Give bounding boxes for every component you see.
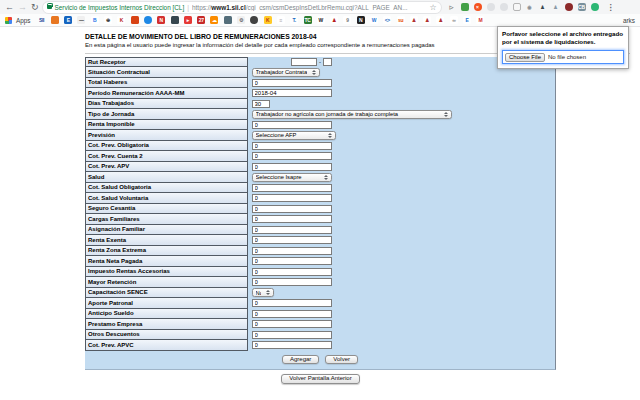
b-bookmark[interactable]: B	[91, 16, 99, 24]
field-input[interactable]	[252, 268, 332, 276]
27-bookmark[interactable]: 27	[197, 16, 205, 24]
dash-bookmark[interactable]: —	[77, 16, 85, 24]
file-input[interactable]: Choose File No file chosen	[502, 50, 624, 64]
green-extension-icon[interactable]	[461, 3, 469, 11]
pin-bookmark[interactable]: 9	[343, 16, 351, 24]
field-input[interactable]	[252, 100, 270, 108]
field-input[interactable]	[252, 121, 332, 129]
form-row: Cot. Prev. APV	[85, 162, 555, 173]
field-input[interactable]	[252, 331, 332, 339]
field-input[interactable]	[252, 163, 332, 171]
cloud-bookmark[interactable]: ☁	[210, 16, 218, 24]
field-input[interactable]	[252, 142, 332, 150]
cb-extension-icon[interactable]: CB	[578, 3, 586, 11]
field-input[interactable]	[252, 257, 332, 265]
person-bookmark-1[interactable]: ♟	[410, 16, 418, 24]
e-doc-bookmark[interactable]: E	[463, 16, 471, 24]
camera-extension-icon[interactable]: ◉	[526, 3, 534, 11]
tc-green-bookmark[interactable]: TC	[304, 16, 312, 24]
field-input[interactable]	[252, 215, 332, 223]
apps-label[interactable]: Apps	[16, 17, 31, 24]
address-bar[interactable]: Servicio de Impuestos Internos Direccion…	[43, 2, 441, 13]
field-input[interactable]	[252, 89, 332, 97]
field-input[interactable]	[252, 320, 332, 328]
dark-bookmark[interactable]	[171, 16, 179, 24]
field-label: Salud	[85, 172, 248, 183]
red-bookmark[interactable]	[131, 16, 139, 24]
field-input[interactable]	[252, 79, 332, 87]
su-bookmark[interactable]: su	[397, 16, 405, 24]
field-input[interactable]	[252, 152, 332, 160]
infinity-bookmark[interactable]: ∞	[450, 16, 458, 24]
field-control	[248, 246, 555, 257]
field-input[interactable]	[252, 184, 332, 192]
field-input[interactable]	[252, 299, 332, 307]
orange-blocker-extension-icon[interactable]: ×	[474, 3, 482, 11]
n-red-bookmark[interactable]: N	[157, 16, 165, 24]
choose-file-button[interactable]: Choose File	[505, 53, 545, 62]
target-bookmark[interactable]: ⊕	[104, 16, 112, 24]
k-yellow-bookmark[interactable]: K	[264, 16, 272, 24]
form-row: Mayor Retención	[85, 277, 555, 288]
w-dark-bookmark[interactable]: W	[317, 16, 325, 24]
field-input[interactable]	[252, 278, 332, 286]
apps-grid-icon[interactable]	[5, 17, 12, 24]
square-extension-icon[interactable]	[513, 3, 521, 11]
field-label: Seguro Cesantía	[85, 204, 248, 215]
share-extension-icon[interactable]: ♟	[539, 3, 547, 11]
form-row: Impuesto Rentas Accesorias	[85, 267, 555, 278]
clock-extension-icon[interactable]	[565, 3, 573, 11]
t-blue-bookmark[interactable]: T.	[290, 16, 298, 24]
person-bookmark-2[interactable]: ♟	[423, 16, 431, 24]
gray-extension-icon[interactable]	[487, 3, 495, 11]
n-dark-bookmark[interactable]: N	[357, 16, 365, 24]
send-extension-icon[interactable]: ▷	[448, 3, 456, 11]
form-row: Renta Exenta	[85, 235, 555, 246]
person-red-bookmark[interactable]: ♟	[330, 16, 338, 24]
orange-bookmark[interactable]	[51, 16, 59, 24]
field-label: Cot. Salud Obligatoria	[85, 183, 248, 194]
gear-bookmark[interactable]: ⚙	[237, 16, 245, 24]
person-bookmark-3[interactable]: ♟	[436, 16, 444, 24]
agregar-button[interactable]: Agregar	[282, 355, 319, 365]
forward-icon[interactable]: →	[18, 0, 27, 14]
field-control	[248, 256, 555, 267]
volver-pantalla-anterior-button[interactable]: Volver Pantalla Anterior	[281, 374, 359, 384]
field-select[interactable]: Trabajador no agrícola con jornada de tr…	[252, 110, 452, 119]
green-dot-extension-icon[interactable]	[591, 3, 599, 11]
field-input[interactable]	[252, 205, 332, 213]
sii-bookmark[interactable]: SII	[38, 16, 46, 24]
dark-circle-bookmark[interactable]	[250, 16, 258, 24]
doc-bookmark[interactable]: ≡	[277, 16, 285, 24]
browser-menu-icon[interactable]: ⋮	[607, 3, 615, 12]
gray-extension-icon-2[interactable]	[500, 3, 508, 11]
bookmark-star-icon[interactable]: ☆	[429, 3, 436, 12]
field-select[interactable]: Trabajador Contratado	[252, 68, 320, 77]
bookmarks-overflow-label[interactable]: arks	[623, 17, 635, 24]
reload-icon[interactable]: ↻	[31, 0, 39, 14]
field-input[interactable]	[252, 341, 332, 349]
blue-sphere-bookmark[interactable]	[144, 16, 152, 24]
rut-dv-input[interactable]	[323, 58, 332, 66]
k-red-bookmark[interactable]: K	[117, 16, 125, 24]
slate-bookmark[interactable]	[224, 16, 232, 24]
field-input[interactable]	[252, 226, 332, 234]
field-input[interactable]	[252, 310, 332, 318]
form-row: Cot. Salud Obligatoria	[85, 183, 555, 194]
volver-button[interactable]: Volver	[325, 355, 358, 365]
field-select[interactable]: Seleccione AFP	[252, 131, 336, 140]
field-input[interactable]	[252, 194, 332, 202]
code-bookmark[interactable]: <>	[383, 16, 391, 24]
field-input[interactable]	[252, 247, 332, 255]
youtube-bookmark[interactable]: ▸	[184, 16, 192, 24]
field-control	[248, 141, 555, 152]
field-select[interactable]: Seleccione Isapre	[252, 173, 332, 182]
cursor-extension-icon[interactable]: ♟	[552, 3, 560, 11]
blue-e-bookmark[interactable]: E	[64, 16, 72, 24]
m-red-bookmark[interactable]: M	[476, 16, 484, 24]
field-select[interactable]: No	[252, 288, 274, 297]
rut-number-input[interactable]	[291, 58, 317, 66]
field-input[interactable]	[252, 236, 332, 244]
back-icon[interactable]: ←	[5, 0, 14, 14]
w-blue-bookmark[interactable]: W	[370, 16, 378, 24]
